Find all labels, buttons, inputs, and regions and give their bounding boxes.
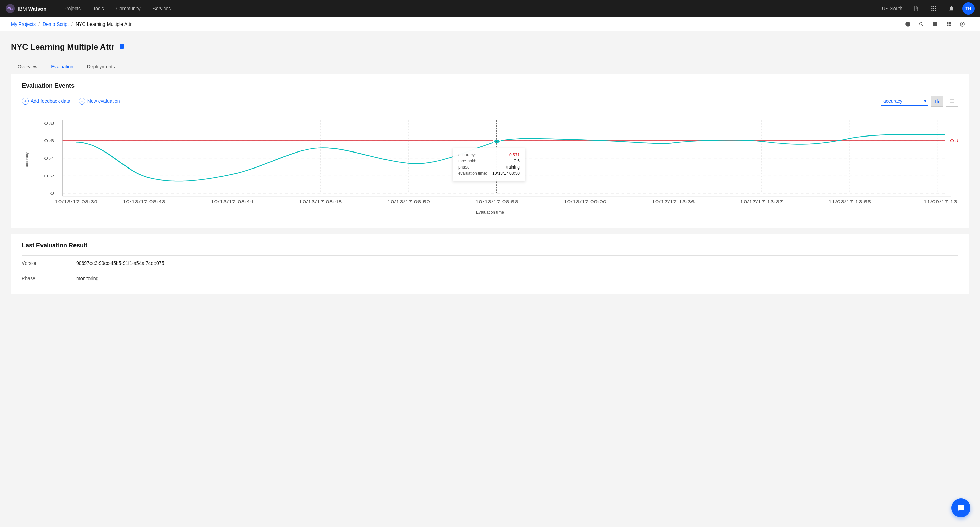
svg-text:0.4: 0.4: [44, 156, 54, 160]
svg-text:10/17/17 13:36: 10/17/17 13:36: [652, 200, 695, 204]
result-table: Version 90697ee3-99cc-45b5-91f1-a54af74e…: [22, 255, 958, 286]
svg-text:10/13/17 08:58: 10/13/17 08:58: [476, 200, 518, 204]
ibm-watson-icon: [5, 4, 15, 13]
table-view-button[interactable]: [946, 96, 958, 107]
eval-actions: + Add feedback data + New evaluation acc…: [22, 96, 958, 107]
eval-actions-right: accuracy: [881, 96, 958, 107]
metric-dropdown[interactable]: accuracy: [881, 97, 928, 105]
result-label-version: Version: [22, 256, 76, 271]
tab-evaluation[interactable]: Evaluation: [44, 60, 80, 74]
evaluation-events-section: Evaluation Events + Add feedback data + …: [11, 74, 969, 228]
breadcrumb-demo-script[interactable]: Demo Script: [43, 21, 69, 27]
svg-text:10/13/17 08:50: 10/13/17 08:50: [387, 200, 430, 204]
svg-text:0.6: 0.6: [44, 139, 54, 143]
docs-icon[interactable]: [908, 0, 924, 17]
y-axis-label: accuracy: [24, 152, 29, 167]
breadcrumb: My Projects / Demo Script / NYC Learning…: [11, 21, 132, 27]
evaluation-events-title: Evaluation Events: [22, 83, 958, 89]
breadcrumb-sep-1: /: [38, 21, 40, 27]
nav-tools[interactable]: Tools: [87, 0, 110, 17]
svg-text:10/13/17 08:43: 10/13/17 08:43: [123, 200, 165, 204]
svg-text:10/13/17 08:44: 10/13/17 08:44: [211, 200, 254, 204]
nav-links: Projects Tools Community Services: [57, 0, 878, 17]
svg-text:0.6: 0.6: [950, 139, 958, 143]
compass-icon[interactable]: [956, 17, 969, 31]
metric-select-wrapper[interactable]: accuracy: [881, 97, 928, 105]
brand-name: IBM Watson: [18, 6, 46, 11]
tab-overview[interactable]: Overview: [11, 60, 44, 74]
eval-actions-left: + Add feedback data + New evaluation: [22, 98, 120, 105]
result-value-phase: monitoring: [76, 271, 958, 286]
dashboard-icon[interactable]: [942, 17, 956, 31]
page-content: NYC Learning Multiple Attr Overview Eval…: [0, 31, 980, 295]
breadcrumb-sep-2: /: [72, 21, 73, 27]
breadcrumb-current: NYC Learning Multiple Attr: [76, 21, 132, 27]
breadcrumb-actions: [901, 17, 969, 31]
top-nav: IBM Watson Projects Tools Community Serv…: [0, 0, 980, 17]
svg-text:0: 0: [50, 191, 54, 196]
result-value-version: 90697ee3-99cc-45b5-91f1-a54af74eb075: [76, 256, 958, 271]
table-row: Version 90697ee3-99cc-45b5-91f1-a54af74e…: [22, 256, 958, 271]
breadcrumb-bar: My Projects / Demo Script / NYC Learning…: [0, 17, 980, 31]
new-evaluation-label: New evaluation: [88, 99, 120, 104]
page-title: NYC Learning Multiple Attr: [11, 42, 115, 52]
svg-text:10/13/17 09:00: 10/13/17 09:00: [563, 200, 606, 204]
nav-projects[interactable]: Projects: [57, 0, 87, 17]
last-evaluation-title: Last Evaluation Result: [22, 242, 958, 249]
evaluation-chart: accuracy: [22, 112, 958, 207]
notification-icon[interactable]: [943, 0, 959, 17]
x-axis-label: Evaluation time: [22, 210, 958, 215]
region-selector[interactable]: US South: [878, 6, 907, 11]
svg-text:10/17/17 13:37: 10/17/17 13:37: [740, 200, 783, 204]
info-icon[interactable]: [901, 17, 915, 31]
add-feedback-button[interactable]: + Add feedback data: [22, 98, 70, 105]
table-row: Phase monitoring: [22, 271, 958, 286]
svg-text:10/13/17 08:48: 10/13/17 08:48: [299, 200, 342, 204]
chat-bubble-icon[interactable]: [928, 17, 942, 31]
tab-deployments[interactable]: Deployments: [80, 60, 122, 74]
user-avatar[interactable]: TH: [962, 2, 975, 14]
svg-text:0.8: 0.8: [44, 121, 54, 125]
delete-icon[interactable]: [118, 43, 125, 51]
nav-community[interactable]: Community: [110, 0, 147, 17]
chart-svg: 0.8 0.6 0.4 0.2 0 0.6 10/13/17 08:39 10/…: [22, 112, 958, 207]
grid-icon[interactable]: [926, 0, 942, 17]
page-header: NYC Learning Multiple Attr: [11, 42, 969, 52]
svg-text:11/03/17 13:55: 11/03/17 13:55: [828, 200, 871, 204]
nav-right: US South TH: [878, 0, 975, 17]
bar-chart-view-button[interactable]: [931, 96, 943, 107]
svg-text:10/13/17 08:39: 10/13/17 08:39: [54, 200, 97, 204]
plus-circle-icon-2: +: [79, 98, 86, 105]
last-evaluation-section: Last Evaluation Result Version 90697ee3-…: [11, 234, 969, 295]
new-evaluation-button[interactable]: + New evaluation: [79, 98, 120, 105]
plus-circle-icon: +: [22, 98, 29, 105]
svg-text:0.2: 0.2: [44, 174, 54, 178]
svg-text:11/09/17 13:02: 11/09/17 13:02: [923, 200, 958, 204]
nav-services[interactable]: Services: [147, 0, 177, 17]
breadcrumb-my-projects[interactable]: My Projects: [11, 21, 36, 27]
svg-point-1: [9, 8, 11, 9]
result-label-phase: Phase: [22, 271, 76, 286]
tabs: Overview Evaluation Deployments: [11, 60, 969, 74]
search-icon[interactable]: [915, 17, 928, 31]
brand-logo[interactable]: IBM Watson: [5, 4, 46, 13]
add-feedback-label: Add feedback data: [30, 99, 70, 104]
